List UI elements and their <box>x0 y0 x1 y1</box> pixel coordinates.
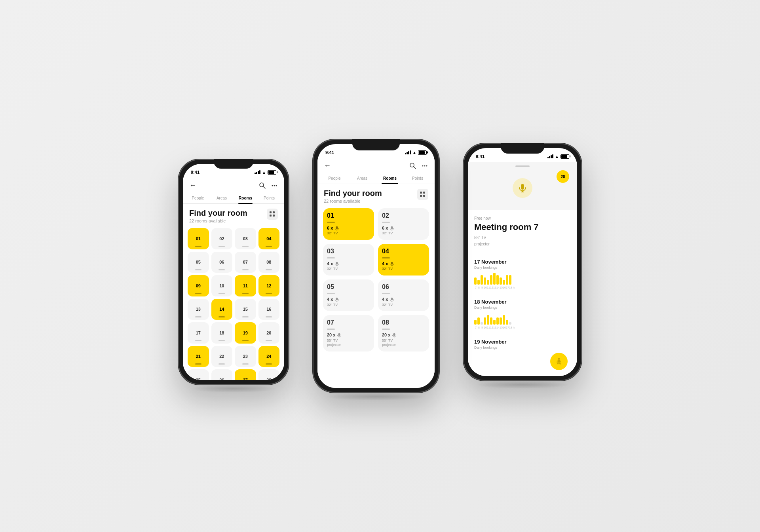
svg-rect-24 <box>393 333 395 336</box>
room-cell-15[interactable]: 15 <box>235 299 256 320</box>
room-cell-05[interactable]: 05 <box>188 252 209 273</box>
search-icon-2[interactable] <box>409 162 416 169</box>
svg-line-1 <box>263 186 265 188</box>
card-number-03: 03 <box>327 248 370 255</box>
notch-3 <box>501 143 544 154</box>
room-cell-13[interactable]: 13 <box>188 299 209 320</box>
room-cell-22[interactable]: 22 <box>211 346 233 367</box>
room-cell-14[interactable]: 14 <box>211 299 233 320</box>
room-cell-16[interactable]: 16 <box>258 299 280 320</box>
room-card-04[interactable]: 04 4 x 32'' TV <box>378 244 429 276</box>
room-cards-2: 01 6 x 32'' TV 02 6 x 32'' TV 03 4 x <box>317 207 435 353</box>
page-title-1: Find your room <box>189 209 247 218</box>
signal-3 <box>547 154 553 158</box>
room-cell-27[interactable]: 27 <box>235 369 256 380</box>
phone-2: 9:41 ▲ ← <box>313 139 439 393</box>
room-cell-20[interactable]: 20 <box>258 322 280 344</box>
grid-icon-2 <box>420 192 426 197</box>
detail-header: 20 <box>468 162 577 210</box>
mic-icon <box>513 178 532 198</box>
booking-date-1: 17 November <box>474 259 571 265</box>
status-icons-2: ▲ <box>405 150 427 155</box>
room-cell-12[interactable]: 12 <box>258 275 280 296</box>
booking-section-2: 18 November Daily bookings 7891011121314… <box>468 294 577 334</box>
grid-toggle-1[interactable] <box>267 209 278 220</box>
room-cell-19[interactable]: 19 <box>235 322 256 344</box>
timeline-1 <box>474 273 571 285</box>
room-cell-21[interactable]: 21 <box>188 346 209 367</box>
room-cell-06[interactable]: 06 <box>211 252 233 273</box>
signal-2 <box>405 150 411 154</box>
card-number-07: 07 <box>327 319 370 326</box>
tab-points-1[interactable]: Points <box>257 193 281 203</box>
nav-bar-1: ← <box>183 178 284 193</box>
svg-rect-18 <box>336 298 338 300</box>
svg-rect-14 <box>336 262 338 264</box>
tab-people-1[interactable]: People <box>186 193 210 203</box>
wifi-2: ▲ <box>412 150 416 155</box>
status-icons-1: ▲ <box>255 170 276 175</box>
battery-2 <box>418 150 427 155</box>
booking-date-2: 18 November <box>474 299 571 305</box>
card-number-01: 01 <box>327 212 370 219</box>
room-cell-23[interactable]: 23 <box>235 346 256 367</box>
phone-3: 9:41 ▲ <box>463 143 582 381</box>
page-subtitle-1: 22 rooms available <box>189 218 247 223</box>
room-card-01[interactable]: 01 6 x 32'' TV <box>323 208 374 240</box>
tab-points-2[interactable]: Points <box>404 173 431 184</box>
nav-bar-2: ← <box>317 158 435 173</box>
room-card-05[interactable]: 05 4 x 32'' TV <box>323 279 374 311</box>
page-header-1: Find your room 22 rooms available <box>183 204 284 226</box>
room-cell-18[interactable]: 18 <box>211 322 233 344</box>
room-card-07[interactable]: 07 20 x 55'' TVprojector <box>323 315 374 352</box>
room-cell-17[interactable]: 17 <box>188 322 209 344</box>
room-cell-10[interactable]: 10 <box>211 275 233 296</box>
back-button-2[interactable]: ← <box>324 162 331 170</box>
room-cell-28[interactable]: 28 <box>258 369 280 380</box>
page-header-2: Find your room 22 rooms available <box>317 184 435 207</box>
menu-icon-1[interactable] <box>271 182 278 189</box>
room-cell-07[interactable]: 07 <box>235 252 256 273</box>
room-cell-08[interactable]: 08 <box>258 252 280 273</box>
tab-rooms-2[interactable]: Rooms <box>376 173 404 184</box>
card-info-01: 6 x <box>327 225 370 231</box>
room-cell-26[interactable]: 26 <box>211 369 233 380</box>
room-card-03[interactable]: 03 4 x 32'' TV <box>323 244 374 276</box>
room-card-06[interactable]: 06 4 x 32'' TV <box>378 279 429 311</box>
card-number-04: 04 <box>382 248 425 255</box>
grid-toggle-2[interactable] <box>417 189 428 200</box>
wifi-1: ▲ <box>262 170 266 175</box>
time-2: 9:41 <box>325 150 334 155</box>
svg-point-30 <box>558 358 560 360</box>
card-info-08: 20 x <box>382 332 425 338</box>
room-cell-25[interactable]: 25 <box>188 369 209 380</box>
tab-areas-2[interactable]: Areas <box>348 173 376 184</box>
room-card-08[interactable]: 08 20 x 55'' TVprojector <box>378 315 429 352</box>
svg-point-2 <box>272 185 273 186</box>
tab-areas-1[interactable]: Areas <box>210 193 234 203</box>
room-cell-02[interactable]: 02 <box>211 228 233 249</box>
room-cell-03[interactable]: 03 <box>235 228 256 249</box>
svg-line-31 <box>557 363 558 365</box>
amenity-projector: projector <box>474 241 571 247</box>
back-button-1[interactable]: ← <box>189 181 196 190</box>
notch-2 <box>352 139 400 150</box>
battery-3 <box>560 154 569 159</box>
room-cell-09[interactable]: 09 <box>188 275 209 296</box>
search-icon-1[interactable] <box>259 182 266 189</box>
menu-icon-2[interactable] <box>421 162 428 169</box>
card-number-05: 05 <box>327 283 370 291</box>
card-info-06: 4 x <box>382 296 425 302</box>
free-badge: Free now <box>474 216 571 220</box>
nav-icons-2 <box>409 162 428 169</box>
card-info-02: 6 x <box>382 225 425 231</box>
room-cell-11[interactable]: 11 <box>235 275 256 296</box>
room-cell-04[interactable]: 04 <box>258 228 280 249</box>
room-card-02[interactable]: 02 6 x 32'' TV <box>378 208 429 240</box>
room-cell-24[interactable]: 24 <box>258 346 280 367</box>
drag-handle <box>515 165 530 167</box>
room-cell-01[interactable]: 01 <box>188 228 209 249</box>
tab-rooms-1[interactable]: Rooms <box>234 193 257 203</box>
nav-icons-1 <box>259 182 278 189</box>
tab-people-2[interactable]: People <box>321 173 348 184</box>
